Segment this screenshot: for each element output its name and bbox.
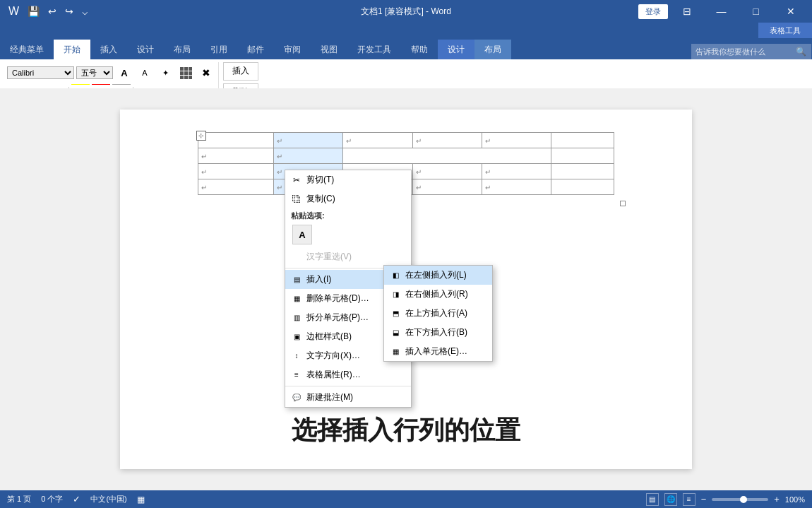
language[interactable]: 中文(中国): [90, 494, 126, 504]
cut-icon: ✂: [291, 175, 302, 186]
cm-table-prop[interactable]: ≡ 表格属性(R)…: [285, 365, 411, 384]
cm-cut[interactable]: ✂ 剪切(T): [285, 170, 411, 189]
tab-mailings[interactable]: 邮件: [237, 40, 274, 59]
tab-developer[interactable]: 开发工具: [347, 40, 401, 59]
close-button[interactable]: ✕: [775, 0, 806, 23]
zoom-out-button[interactable]: −: [701, 494, 707, 504]
cm-new-comment[interactable]: 💬 新建批注(M): [285, 388, 411, 407]
table-cell[interactable]: [551, 164, 614, 179]
submenu-insert-left-label: 在左侧插入列(L): [405, 269, 486, 281]
search-area: 🔍: [686, 44, 812, 59]
web-view-button[interactable]: 🌐: [664, 493, 677, 506]
submenu-insert-below[interactable]: ⬓ 在下方插入行(B): [384, 323, 492, 342]
redo-icon[interactable]: ↪: [62, 4, 76, 18]
table-move-handle[interactable]: ⊹: [196, 131, 206, 141]
read-view-button[interactable]: ≡: [683, 493, 695, 506]
font-selector[interactable]: Calibri: [7, 66, 74, 79]
table-resize-handle[interactable]: [620, 201, 626, 206]
tab-view[interactable]: 视图: [311, 40, 347, 59]
table-cell[interactable]: ↵: [482, 164, 551, 179]
table-grid-button[interactable]: [177, 64, 195, 82]
tab-table-design[interactable]: 设计: [438, 40, 474, 59]
new-comment-icon: 💬: [291, 392, 302, 403]
save-icon[interactable]: 💾: [25, 4, 42, 18]
insert-above-icon: ⬒: [390, 308, 401, 319]
tab-classic-menu[interactable]: 经典菜单: [0, 40, 54, 59]
submenu-insert-cell[interactable]: ▦ 插入单元格(E)…: [384, 342, 492, 361]
cm-copy[interactable]: ⿻ 复制(C): [285, 189, 411, 208]
undo-icon[interactable]: ↩: [45, 4, 59, 18]
clear-format-button[interactable]: ✦: [156, 64, 174, 82]
submenu-insert-above-label: 在上方插入行(A): [405, 307, 486, 319]
tab-layout-main[interactable]: 布局: [164, 40, 201, 59]
delete-table-button[interactable]: ✖: [197, 64, 215, 82]
table-cell[interactable]: [551, 179, 614, 195]
table-row: ↵ ↵: [198, 148, 614, 164]
zoom-level[interactable]: 100%: [785, 495, 805, 504]
maximize-button[interactable]: □: [740, 0, 772, 23]
ribbon-toggle-button[interactable]: ⊟: [671, 0, 703, 23]
submenu-insert-right[interactable]: ◨ 在右侧插入列(R): [384, 285, 492, 304]
insert-right-icon: ◨: [390, 289, 401, 300]
table-tools-bar: 表格工具: [0, 23, 812, 38]
table-cell[interactable]: [343, 148, 551, 164]
submenu-insert-left[interactable]: ◧ 在左侧插入列(L): [384, 266, 492, 285]
tab-home[interactable]: 开始: [54, 40, 90, 59]
print-view-button[interactable]: ▤: [646, 493, 659, 506]
paste-a-label: A: [299, 230, 305, 240]
font-size-selector[interactable]: 五号: [76, 66, 113, 79]
tab-table-layout[interactable]: 布局: [474, 40, 511, 59]
cm-insert-label: 插入(I): [306, 273, 395, 285]
insert-cell-icon: ▦: [390, 346, 401, 358]
text-dir-icon: ↕: [291, 350, 302, 362]
proofing-icon[interactable]: ✓: [73, 494, 80, 504]
table-tools-label: 表格工具: [758, 23, 812, 38]
table-cell[interactable]: ↵: [198, 148, 274, 164]
submenu-insert-above[interactable]: ⬒ 在上方插入行(A): [384, 304, 492, 323]
zoom-in-button[interactable]: +: [774, 494, 780, 504]
table-cell[interactable]: ↵: [343, 133, 412, 148]
table-cell[interactable]: ↵: [482, 133, 551, 148]
cm-table-prop-label: 表格属性(R)…: [306, 369, 405, 381]
table-cell[interactable]: ↵: [412, 133, 482, 148]
title-bar: W 💾 ↩ ↪ ⌵ 文档1 [兼容模式] - Word 登录 ⊟ — □ ✕: [0, 0, 812, 23]
quick-access-toolbar: W 💾 ↩ ↪ ⌵: [6, 4, 90, 19]
table-cell[interactable]: [198, 133, 274, 148]
paste-icon-btn[interactable]: A: [292, 225, 312, 244]
table-cell[interactable]: ↵: [198, 179, 274, 195]
tab-references[interactable]: 引用: [201, 40, 237, 59]
paste-options: A: [285, 222, 411, 247]
tab-insert[interactable]: 插入: [90, 40, 127, 59]
tab-design-main[interactable]: 设计: [127, 40, 164, 59]
table-cell[interactable]: ↵: [198, 164, 274, 179]
table-row: ↵ ↵ ↵ ↵: [198, 133, 614, 148]
tab-review[interactable]: 审阅: [274, 40, 311, 59]
table-cell[interactable]: ↵: [412, 164, 482, 179]
copy-icon: ⿻: [291, 194, 302, 205]
han-icon: [291, 252, 302, 263]
border-style-icon: ▣: [291, 331, 302, 343]
insert-ribbon-button[interactable]: 插入: [223, 62, 258, 81]
login-button[interactable]: 登录: [638, 4, 668, 19]
status-right: ▤ 🌐 ≡ − + 100%: [646, 493, 805, 506]
customize-icon[interactable]: ⌵: [79, 4, 90, 18]
ribbon-tabs: 经典菜单 开始 插入 设计 布局 引用 邮件 审阅 视图 开发工具 帮助 设计 …: [0, 38, 812, 59]
layout-icon[interactable]: ▦: [137, 495, 145, 504]
zoom-slider[interactable]: [712, 498, 768, 501]
table-cell[interactable]: ↵: [274, 148, 343, 164]
table-cell[interactable]: ↵: [274, 133, 343, 148]
submenu-insert-cell-label: 插入单元格(E)…: [405, 345, 486, 358]
table-cell[interactable]: [551, 148, 614, 164]
zoom-thumb: [740, 496, 747, 503]
minimize-button[interactable]: —: [705, 0, 737, 23]
font-grow-button[interactable]: A: [115, 64, 133, 82]
cm-han-label: 汉字重选(V): [306, 251, 405, 263]
table-cell[interactable]: ↵: [412, 179, 482, 195]
table-cell[interactable]: [551, 133, 614, 148]
cm-copy-label: 复制(C): [306, 193, 405, 205]
tab-help[interactable]: 帮助: [401, 40, 438, 59]
search-input[interactable]: [691, 44, 811, 59]
table-cell[interactable]: ↵: [482, 179, 551, 195]
font-shrink-button[interactable]: A: [136, 64, 154, 82]
cm-new-comment-label: 新建批注(M): [306, 391, 405, 403]
